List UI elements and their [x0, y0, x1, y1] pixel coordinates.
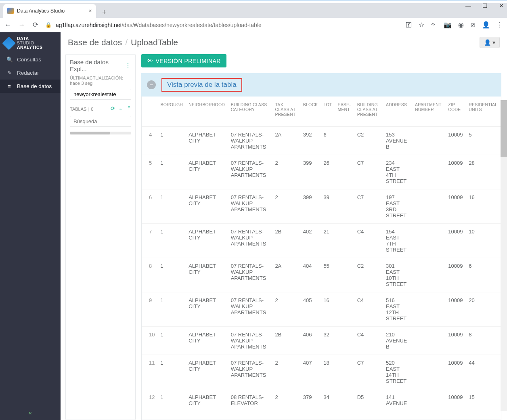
browser-tab[interactable]: Data Analytics Studio × — [3, 4, 96, 18]
column-header[interactable]: RESIDENTIAL UNITS — [466, 97, 501, 127]
window-controls: — ☐ ✕ — [465, 2, 504, 9]
tab-close-icon[interactable]: × — [89, 8, 92, 14]
table-row: 81ALPHABET CITY07 RENTALS- WALKUP APARTM… — [142, 258, 501, 292]
table-cell: C4 — [354, 224, 383, 258]
sidebar-collapse-button[interactable]: « — [0, 405, 61, 420]
sidebar-item-label: Base de datos — [17, 83, 52, 89]
explorer-scrollbar[interactable] — [70, 132, 131, 134]
table-cell: 5 — [142, 155, 157, 189]
column-header[interactable]: BLOCK — [300, 97, 321, 127]
explorer-menu-icon[interactable]: ⋮ — [125, 62, 131, 69]
table-cell — [412, 355, 445, 389]
table-row: 51ALPHABET CITY07 RENTALS- WALKUP APARTM… — [142, 155, 501, 189]
table-cell: 392 — [300, 127, 321, 155]
url-display[interactable]: 🔒 ag1llap.azurehdinsight.net/das/#/datab… — [45, 22, 400, 28]
table-cell: 4 — [142, 127, 157, 155]
close-button[interactable]: ✕ — [499, 2, 504, 9]
table-cell: 12 — [142, 389, 157, 412]
last-update-value: hace 3 seg — [70, 81, 131, 86]
table-cell: 197 EAST 3RD STREET — [383, 189, 412, 224]
address-bar: ← → ⟳ 🔒 ag1llap.azurehdinsight.net/das/#… — [0, 18, 507, 32]
table-cell: 07 RENTALS- WALKUP APARTMENTS — [228, 327, 272, 355]
profile-icon[interactable]: 👤 — [482, 21, 490, 29]
key-icon[interactable]: ⚿ — [406, 21, 412, 29]
user-menu-button[interactable]: 👤 ▾ — [480, 37, 500, 48]
camera-icon[interactable]: 📷 — [444, 21, 452, 29]
accessibility-icon[interactable]: ᯤ — [431, 21, 437, 29]
star-icon[interactable]: ☆ — [419, 21, 424, 29]
table-cell: 10009 — [445, 127, 466, 155]
table-cell: 10009 — [445, 292, 466, 327]
database-name-input[interactable] — [70, 89, 131, 100]
table-cell: 2 — [272, 355, 300, 389]
table-cell: 2B — [272, 224, 300, 258]
eye-icon: 👁 — [147, 57, 153, 64]
table-cell: ALPHABET CITY — [186, 258, 228, 292]
column-header[interactable]: BOROUGH — [157, 97, 186, 127]
table-cell: 10009 — [445, 389, 466, 412]
accordion-collapse-button[interactable]: – — [147, 80, 156, 89]
page-scrollbar[interactable] — [501, 100, 507, 411]
table-cell — [412, 258, 445, 292]
table-cell: 520 EAST 14TH STREET — [383, 355, 412, 389]
table-cell: 1 — [157, 155, 186, 189]
table-cell: 10 — [466, 224, 501, 258]
sidebar-item-basededatos[interactable]: ≡ Base de datos — [0, 80, 61, 93]
column-header[interactable]: ZIP CODE — [445, 97, 466, 127]
table-cell: 399 — [300, 155, 321, 189]
forward-button[interactable]: → — [18, 21, 26, 29]
breadcrumb-root[interactable]: Base de datos — [68, 38, 122, 47]
table-cell: 07 RENTALS- WALKUP APARTMENTS — [228, 258, 272, 292]
column-header[interactable] — [142, 97, 157, 127]
table-cell: 07 RENTALS- WALKUP APARTMENTS — [228, 127, 272, 155]
table-cell: 1 — [157, 389, 186, 412]
table-cell: 32 — [321, 327, 335, 355]
column-header[interactable]: APARTMENT NUMBER — [412, 97, 445, 127]
table-cell: D5 — [354, 389, 383, 412]
column-header[interactable]: EASE-MENT — [335, 97, 354, 127]
table-row: 71ALPHABET CITY07 RENTALS- WALKUP APARTM… — [142, 224, 501, 258]
column-header[interactable]: ADDRESS — [383, 97, 412, 127]
reload-button[interactable]: ⟳ — [31, 21, 40, 29]
table-cell: 2 — [272, 389, 300, 412]
table-cell — [335, 327, 354, 355]
table-cell: 18 — [321, 355, 335, 389]
table-cell — [335, 189, 354, 224]
table-cell: 379 — [300, 389, 321, 412]
add-icon[interactable]: ＋ — [118, 105, 124, 113]
blocked-icon[interactable]: ⊘ — [470, 21, 476, 29]
table-cell: 399 — [300, 189, 321, 224]
sidebar-item-redactar[interactable]: ✎ Redactar — [0, 66, 61, 80]
column-header[interactable]: LOT — [321, 97, 335, 127]
column-header[interactable]: NEIGHBORHOOD — [186, 97, 228, 127]
refresh-icon[interactable]: ⟳ — [111, 105, 115, 113]
table-preview: BOROUGHNEIGHBORHOODBUILDING CLASS CATEGO… — [141, 97, 501, 420]
column-header[interactable]: BUILDING CLASS CATEGORY — [228, 97, 272, 127]
table-cell — [335, 355, 354, 389]
upload-icon[interactable]: ⤒ — [127, 105, 131, 113]
record-icon[interactable]: ◉ — [458, 21, 464, 29]
sidebar-item-consultas[interactable]: 🔍 Consultas — [0, 53, 61, 66]
tables-search-input[interactable] — [70, 116, 131, 127]
new-tab-button[interactable]: + — [98, 6, 110, 18]
table-cell: C4 — [354, 327, 383, 355]
menu-icon[interactable]: ⋮ — [497, 21, 503, 29]
table-cell: ALPHABET CITY — [186, 355, 228, 389]
table-cell — [412, 224, 445, 258]
minimize-button[interactable]: — — [465, 2, 471, 9]
table-cell: 1 — [157, 189, 186, 224]
back-button[interactable]: ← — [4, 21, 12, 29]
scrollbar-thumb[interactable] — [501, 100, 507, 157]
preview-button[interactable]: 👁 VERSIÓN PRELIMINAR — [141, 54, 226, 67]
column-header[interactable]: BUILDING CLASS AT PRESENT — [354, 97, 383, 127]
table-cell: 7 — [142, 224, 157, 258]
table-cell: 8 — [466, 327, 501, 355]
table-cell: 404 — [300, 258, 321, 292]
table-cell: 402 — [300, 224, 321, 258]
table-cell: ALPHABET CITY — [186, 389, 228, 412]
table-cell: ALPHABET CITY — [186, 327, 228, 355]
table-cell — [412, 127, 445, 155]
maximize-button[interactable]: ☐ — [482, 2, 488, 9]
table-cell: C4 — [354, 292, 383, 327]
column-header[interactable]: TAX CLASS AT PRESENT — [272, 97, 300, 127]
